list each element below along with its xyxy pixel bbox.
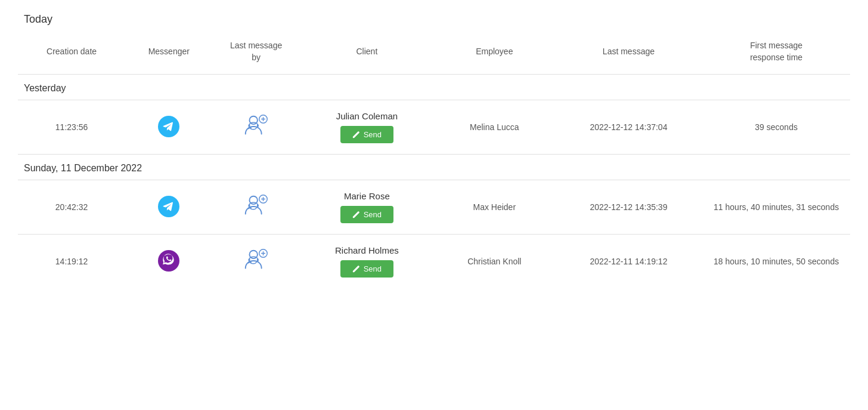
table-row: 11:23:56 Julian Coleman Send Melina Lucc… [18,100,850,155]
response-time: 39 seconds [755,122,798,132]
svg-rect-6 [257,124,259,127]
response-time-cell: 18 hours, 10 minutes, 50 seconds [702,235,850,289]
send-button[interactable]: Send [340,260,393,278]
creation-date-cell: 20:42:32 [18,180,125,235]
svg-rect-5 [248,124,250,127]
client-cell: Marie Rose Send [300,180,434,235]
client-name: Julian Coleman [336,111,398,121]
messenger-cell [125,100,212,155]
employee-cell: Melina Lucca [434,100,555,155]
last-message-cell: 2022-12-12 14:35:39 [555,180,703,235]
employee-name: Max Heider [473,202,516,212]
employee-name: Christian Knoll [467,257,521,266]
last-message-by-cell [212,100,299,155]
response-time: 18 hours, 10 minutes, 50 seconds [714,257,839,266]
client-name: Richard Holmes [335,245,399,255]
col-header-response-time: First messageresponse time [702,29,850,75]
last-message-by-cell [212,235,299,289]
page: Today Creation date Messenger Last messa… [0,0,868,410]
send-button[interactable]: Send [340,206,393,223]
creation-date-cell: 11:23:56 [18,100,125,155]
last-message-cell: 2022-12-12 14:37:04 [555,100,703,155]
col-header-last-message-by: Last messageby [212,29,299,75]
group-row-yesterday: Yesterday [18,75,850,100]
creation-date: 20:42:32 [55,202,88,212]
employee-cell: Christian Knoll [434,235,555,289]
table-row: 20:42:32 Marie Rose Send Max Heider2022-… [18,180,850,235]
last-message-timestamp: 2022-12-11 14:19:12 [590,257,667,266]
col-header-client: Client [300,29,434,75]
col-header-messenger: Messenger [125,29,212,75]
col-header-creation-date: Creation date [18,29,125,75]
creation-date: 11:23:56 [55,122,88,132]
employee-cell: Max Heider [434,180,555,235]
creation-date-cell: 14:19:12 [18,235,125,289]
svg-rect-20 [257,258,259,261]
response-time: 11 hours, 40 minutes, 31 seconds [714,202,839,212]
section-title-today: Today [24,7,52,32]
response-time-cell: 39 seconds [702,100,850,155]
table-row: 14:19:12 Richard Holmes Send Christian K… [18,235,850,289]
last-message-by-cell [212,180,299,235]
response-time-cell: 11 hours, 40 minutes, 31 seconds [702,180,850,235]
creation-date: 14:19:12 [55,257,88,266]
svg-rect-13 [257,204,259,207]
send-label: Send [364,130,382,139]
employee-name: Melina Lucca [470,122,519,132]
group-row-sunday: Sunday, 11 December 2022 [18,155,850,180]
svg-point-14 [158,250,179,272]
send-button[interactable]: Send [340,126,393,143]
send-label: Send [364,210,382,219]
messenger-cell [125,180,212,235]
svg-rect-19 [248,258,250,261]
svg-rect-12 [248,204,250,207]
last-message-timestamp: 2022-12-12 14:35:39 [590,202,667,212]
conversations-table: Today Creation date Messenger Last messa… [18,12,850,288]
last-message-timestamp: 2022-12-12 14:37:04 [590,122,667,132]
col-header-last-message: Last message [555,29,703,75]
messenger-cell [125,235,212,289]
client-cell: Richard Holmes Send [300,235,434,289]
send-label: Send [364,264,382,273]
client-cell: Julian Coleman Send [300,100,434,155]
col-header-employee: Employee [434,29,555,75]
client-name: Marie Rose [344,191,390,201]
last-message-cell: 2022-12-11 14:19:12 [555,235,703,289]
